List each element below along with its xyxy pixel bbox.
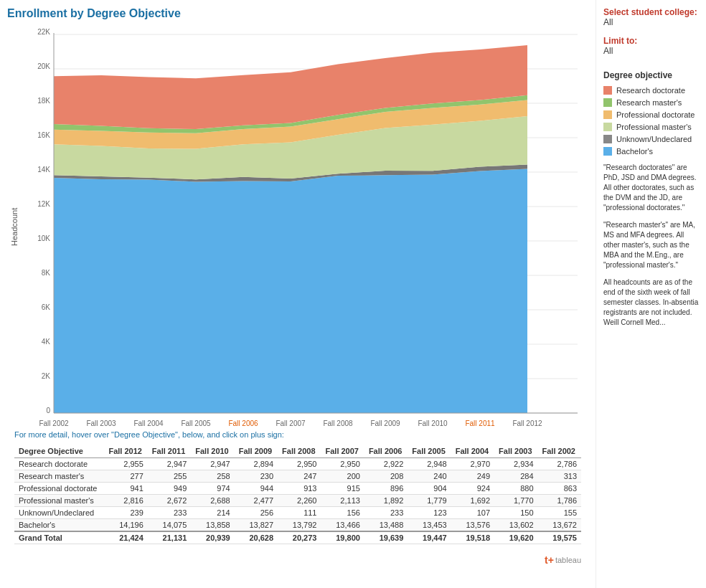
row-value: 2,786: [538, 458, 581, 470]
note-text: "Research doctorates" are PhD, JSD and D…: [603, 163, 699, 213]
row-value: 915: [321, 483, 364, 495]
row-value: 1,892: [364, 495, 408, 507]
row-label: Research master's: [14, 470, 104, 483]
col-header-2005: Fall 2005: [408, 445, 451, 458]
row-value: 2,113: [321, 495, 364, 507]
row-value: 2,477: [235, 495, 278, 507]
main-container: Enrollment by Degree Objective Headcount…: [0, 0, 706, 588]
row-value: 258: [191, 470, 234, 483]
svg-text:0: 0: [46, 407, 50, 414]
row-value: 13,453: [408, 519, 451, 532]
row-value: 150: [494, 507, 537, 519]
table-row: Professional doctorate941949974944913915…: [14, 483, 581, 495]
bachelors-area: [54, 169, 527, 414]
svg-text:12K: 12K: [37, 200, 50, 208]
row-value: 1,770: [494, 495, 537, 507]
table-header-row: Degree Objective Fall 2012 Fall 2011 Fal…: [14, 445, 581, 458]
limit-to-label: Limit to:: [603, 36, 699, 46]
row-value: 111: [278, 507, 321, 519]
notes-container: "Research doctorates" are PhD, JSD and D…: [603, 163, 699, 328]
row-value: 13,576: [451, 519, 494, 532]
legend-color-box: [603, 98, 612, 107]
legend: Degree objective Research doctorateResea…: [603, 70, 699, 156]
row-value: 2,955: [104, 458, 147, 470]
legend-color-box: [603, 135, 612, 143]
row-value: 20,273: [278, 531, 321, 544]
legend-title: Degree objective: [603, 70, 699, 80]
col-header-2002: Fall 2002: [538, 445, 581, 458]
select-college-section: Select student college: All: [603, 7, 699, 27]
row-value: 1,786: [538, 495, 581, 507]
row-value: 2,934: [494, 458, 537, 470]
row-value: 107: [451, 507, 494, 519]
row-value: 155: [538, 507, 581, 519]
row-value: 284: [494, 470, 537, 483]
row-value: 2,970: [451, 458, 494, 470]
table-row: Bachelor's14,19614,07513,85813,82713,792…: [14, 519, 581, 532]
note-text: All headcounts are as of the end of the …: [603, 278, 699, 328]
row-value: 14,196: [104, 519, 147, 532]
svg-text:8K: 8K: [42, 269, 51, 277]
chart-title: Enrollment by Degree Objective: [7, 7, 588, 20]
row-value: 949: [148, 483, 191, 495]
chart-svg-container: 0 2K 4K 6K 8K 10K 12K 14K 16K 18K 20K 22…: [22, 26, 588, 427]
row-value: 913: [278, 483, 321, 495]
table-note: For more detail, hover over "Degree Obje…: [14, 430, 581, 439]
note-text: "Research master's" are MA, MS and MFA d…: [603, 220, 699, 270]
row-value: 19,447: [408, 531, 451, 544]
row-value: 880: [494, 483, 537, 495]
row-value: 1,779: [408, 495, 451, 507]
legend-item: Research doctorate: [603, 86, 699, 95]
legend-item: Professional master's: [603, 123, 699, 131]
sidebar: Select student college: All Limit to: Al…: [596, 0, 706, 588]
row-value: 255: [148, 470, 191, 483]
row-label: Bachelor's: [14, 519, 104, 532]
legend-item: Research master's: [603, 98, 699, 107]
legend-item-label: Research master's: [616, 98, 682, 107]
row-value: 19,518: [451, 531, 494, 544]
row-value: 20,939: [191, 531, 234, 544]
col-header-2012: Fall 2012: [104, 445, 147, 458]
row-value: 14,075: [148, 519, 191, 532]
row-value: 20,628: [235, 531, 278, 544]
row-value: 896: [364, 483, 408, 495]
row-value: 2,688: [191, 495, 234, 507]
row-value: 200: [321, 470, 364, 483]
col-header-2006: Fall 2006: [364, 445, 408, 458]
row-value: 256: [235, 507, 278, 519]
row-value: 2,672: [148, 495, 191, 507]
row-value: 941: [104, 483, 147, 495]
row-value: 233: [148, 507, 191, 519]
legend-item-label: Professional master's: [616, 123, 692, 131]
col-header-2007: Fall 2007: [321, 445, 364, 458]
svg-text:Fall 2004: Fall 2004: [133, 419, 164, 427]
col-header-2004: Fall 2004: [451, 445, 494, 458]
table-section: For more detail, hover over "Degree Obje…: [7, 427, 588, 551]
row-value: 944: [235, 483, 278, 495]
col-header-2009: Fall 2009: [235, 445, 278, 458]
row-value: 13,672: [538, 519, 581, 532]
limit-to-value: All: [603, 46, 699, 56]
grand-total-row: Grand Total21,42421,13120,93920,62820,27…: [14, 531, 581, 544]
row-value: 240: [408, 470, 451, 483]
col-header-2010: Fall 2010: [191, 445, 234, 458]
col-header-2011: Fall 2011: [148, 445, 191, 458]
svg-text:Fall 2011: Fall 2011: [465, 419, 495, 427]
row-value: 2,950: [321, 458, 364, 470]
row-label: Grand Total: [14, 531, 104, 544]
svg-text:Fall 2003: Fall 2003: [86, 419, 116, 427]
row-value: 214: [191, 507, 234, 519]
row-value: 249: [451, 470, 494, 483]
legend-color-box: [603, 123, 612, 131]
row-label: Professional master's: [14, 495, 104, 507]
svg-text:16K: 16K: [37, 131, 50, 139]
row-value: 13,466: [321, 519, 364, 532]
svg-text:18K: 18K: [37, 97, 50, 105]
svg-text:Fall 2005: Fall 2005: [181, 419, 211, 427]
row-value: 863: [538, 483, 581, 495]
legend-item-label: Bachelor's: [616, 147, 653, 156]
legend-color-box: [603, 147, 612, 156]
row-value: 21,131: [148, 531, 191, 544]
col-header-2003: Fall 2003: [494, 445, 537, 458]
row-label: Research doctorate: [14, 458, 104, 470]
